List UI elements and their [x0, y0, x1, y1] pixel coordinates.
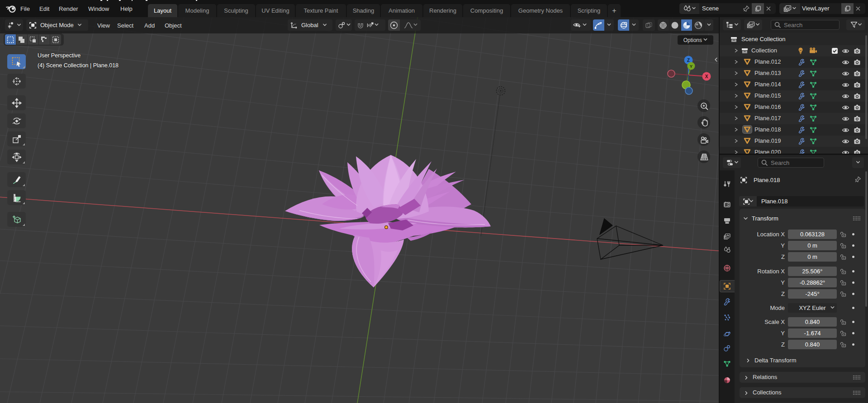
- svg-text:Y: Y: [690, 64, 693, 69]
- svg-text:X: X: [705, 74, 708, 79]
- svg-text:Z: Z: [687, 58, 690, 63]
